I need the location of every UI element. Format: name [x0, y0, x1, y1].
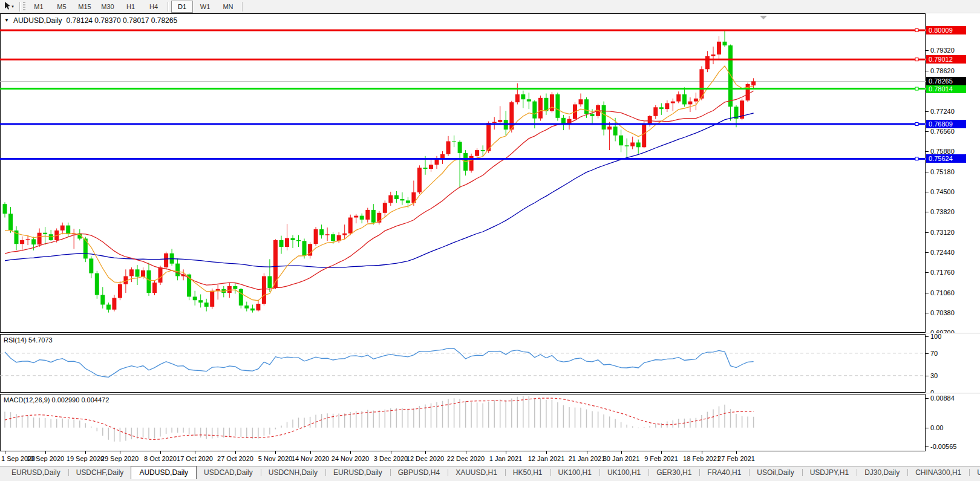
price-chart-panel[interactable] [0, 13, 926, 333]
axis-tick-mark [310, 451, 311, 454]
macd-axis[interactable]: 0.008840.00-0.00565 [926, 394, 980, 451]
axis-tick-mark [5, 451, 5, 454]
level-price-label: 0.76809 [926, 120, 966, 128]
tab-china300-h1[interactable]: CHINA300,H1 [907, 466, 969, 479]
shift-marker-icon[interactable] [760, 16, 767, 19]
tab-usdcad-daily[interactable]: USDCAD,Daily [196, 466, 261, 479]
axis-tick-mark [661, 451, 662, 454]
timeframe-m1-button[interactable]: M1 [28, 1, 50, 13]
axis-tick-mark [587, 451, 587, 454]
rsi-panel[interactable] [0, 334, 926, 393]
tab-hk50-h1[interactable]: HK50,H1 [505, 466, 550, 479]
timeframe-m15-button[interactable]: M15 [74, 1, 96, 13]
axis-tick-mark [926, 313, 929, 313]
axis-tick-mark [425, 451, 426, 454]
tab-gbpusd-h4[interactable]: GBPUSD,H4 [390, 466, 448, 479]
axis-tick-mark [702, 451, 702, 454]
hline-handle[interactable] [915, 157, 918, 160]
rsi-tick: 70 [930, 349, 938, 358]
axis-tick-mark [926, 272, 929, 273]
axis-tick-mark [926, 151, 929, 152]
tab-uk100-h1[interactable]: UK100,H1 [599, 466, 648, 479]
macd-panel[interactable] [0, 394, 926, 451]
price-axis[interactable]: 0.793200.786200.779400.772400.765600.758… [926, 13, 980, 333]
axis-tick-mark [926, 192, 929, 192]
axis-tick-mark [235, 451, 236, 454]
axis-tick-mark [926, 111, 929, 112]
axis-tick-mark [546, 451, 547, 454]
macd-canvas[interactable] [0, 394, 926, 451]
rsi-tick: 100 [930, 332, 941, 341]
price-tick: 0.71760 [930, 268, 955, 276]
axis-tick-mark [391, 451, 391, 454]
axis-tick-mark [621, 451, 622, 454]
tab-dj30-daily[interactable]: DJ30,Daily [857, 466, 907, 479]
axis-tick-mark [926, 398, 929, 399]
current-price-label: 0.78265 [926, 77, 966, 85]
price-chart-canvas[interactable] [0, 13, 926, 333]
macd-tick: 0.00 [930, 424, 943, 432]
tab-usdcnh-daily[interactable]: USDCNH,Daily [261, 466, 325, 479]
macd-histogram [5, 396, 754, 442]
toolbar: ▾ M1M5M15M30H1H4D1W1MN [0, 0, 980, 13]
axis-tick-mark [466, 451, 466, 454]
tab-uk100-h1[interactable]: UK100,H1 [550, 466, 599, 479]
axis-tick-mark [120, 451, 120, 454]
symbol-tabs: EURUSD,DailyUSDCHF,DailyAUDUSD,DailyUSDC… [4, 466, 980, 480]
axis-tick-mark [350, 451, 351, 454]
rsi-canvas[interactable] [0, 334, 926, 393]
axis-tick-mark [926, 293, 929, 293]
level-price-label: 0.80009 [926, 26, 966, 34]
tab-audusd-daily[interactable]: AUDUSD,Daily [131, 466, 197, 479]
timeframe-h1-button[interactable]: H1 [120, 1, 142, 13]
timeframe-w1-button[interactable]: W1 [194, 1, 216, 13]
tab-eurusd-daily[interactable]: EURUSD,Daily [325, 466, 390, 479]
axis-tick-mark [926, 252, 929, 253]
tab-bar: EURUSD,DailyUSDCHF,DailyAUDUSD,DailyUSDC… [0, 466, 980, 481]
hline-handle[interactable] [915, 123, 918, 126]
price-tick: 0.79320 [930, 46, 955, 54]
hline-handle[interactable] [915, 87, 918, 90]
toolbar-separator [168, 2, 168, 11]
ma-medium-line [5, 91, 754, 290]
tab-usdjpy-h1[interactable]: USDJPY,H1 [802, 466, 857, 479]
hline-handle[interactable] [915, 58, 918, 61]
tab-usoil[interactable]: USOil, [969, 466, 980, 479]
price-tick: 0.78620 [930, 67, 955, 75]
tab-fra40-h1[interactable]: FRA40,H1 [699, 466, 749, 479]
tab-usoil-daily[interactable]: USOil,Daily [749, 466, 802, 479]
cursor-tool-button[interactable]: ▾ [1, 1, 17, 13]
rsi-tick: 30 [930, 371, 938, 380]
tab-ger30-h1[interactable]: GER30,H1 [648, 466, 699, 479]
price-tick: 0.75180 [930, 168, 955, 176]
chart-symbol-label: AUDUSD,Daily [13, 16, 62, 25]
timeframe-mn-button[interactable]: MN [217, 1, 239, 13]
timeframe-m5-button[interactable]: M5 [51, 1, 73, 13]
axis-tick-mark [736, 451, 737, 454]
level-price-label: 0.79012 [926, 55, 966, 64]
rsi-line [5, 348, 754, 378]
axis-tick-mark [926, 50, 929, 51]
axis-tick-mark [926, 212, 929, 212]
axis-tick-mark [85, 451, 86, 454]
timeframe-buttons: M1M5M15M30H1H4D1W1MN [27, 1, 245, 13]
timeframe-h4-button[interactable]: H4 [143, 1, 165, 13]
time-axis[interactable]: 1 Sep 202010 Sep 202019 Sep 202029 Sep 2… [0, 451, 980, 466]
rsi-axis[interactable]: 10070300 [926, 334, 980, 393]
timeframe-m30-button[interactable]: M30 [97, 1, 119, 13]
tab-usdchf-daily[interactable]: USDCHF,Daily [68, 466, 132, 479]
chart-title: ▼ AUDUSD,Daily 0.78124 0.78370 0.78017 0… [4, 16, 177, 25]
axis-tick-mark [926, 172, 929, 172]
level-price-label: 0.78014 [926, 85, 966, 93]
price-tick: 0.77240 [930, 107, 955, 116]
hline-handle[interactable] [915, 28, 918, 31]
collapse-triangle-icon[interactable]: ▼ [4, 18, 9, 24]
price-tick: 0.73120 [930, 228, 955, 237]
tab-eurusd-daily[interactable]: EURUSD,Daily [4, 466, 68, 479]
toolbar-grip[interactable] [23, 2, 25, 11]
tab-xauusd-h1[interactable]: XAUUSD,H1 [448, 466, 505, 479]
macd-label: MACD(12,26,9) 0.002990 0.004472 [4, 396, 109, 404]
axis-tick-mark [926, 232, 929, 233]
timeframe-d1-button[interactable]: D1 [171, 1, 193, 13]
ma-slow-line [5, 113, 754, 267]
